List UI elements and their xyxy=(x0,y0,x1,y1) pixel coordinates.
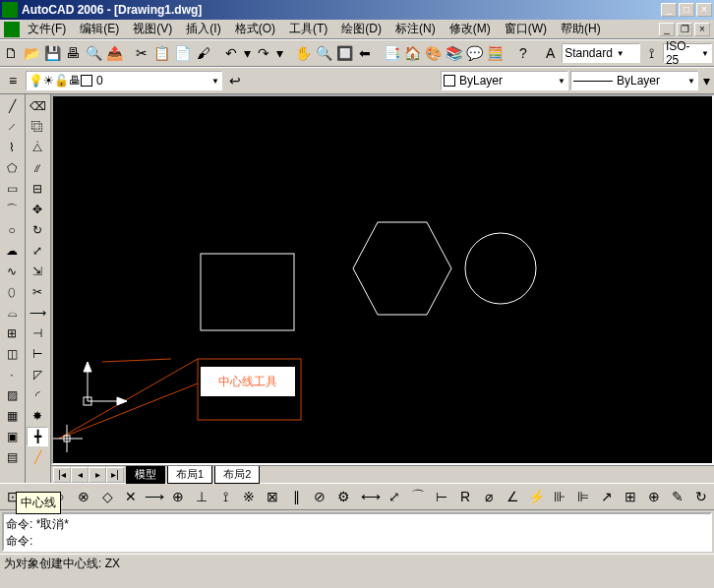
doc-minimize-button[interactable]: _ xyxy=(659,23,675,36)
insert-block-icon[interactable]: ⊞ xyxy=(1,323,23,343)
array-icon[interactable]: ⊟ xyxy=(27,179,48,199)
ellipse-arc-icon[interactable]: ⌓ xyxy=(1,303,23,323)
dim-leader-icon[interactable]: ↗ xyxy=(596,486,618,507)
explode-icon[interactable]: ✸ xyxy=(27,406,48,426)
redo-icon[interactable]: ↷ xyxy=(254,42,272,64)
menu-insert[interactable]: 插入(I) xyxy=(180,19,226,39)
help-icon[interactable]: ? xyxy=(514,42,533,64)
tab-model[interactable]: 模型 xyxy=(126,466,165,484)
osnap-appint-icon[interactable]: ⊠ xyxy=(262,486,283,507)
break-icon[interactable]: ⊣ xyxy=(27,323,48,343)
zoom-prev-icon[interactable]: ⬅ xyxy=(356,42,375,64)
polygon-icon[interactable]: ⬠ xyxy=(1,158,23,178)
mirror-icon[interactable]: ⧊ xyxy=(27,138,48,157)
tab-layout2[interactable]: 布局2 xyxy=(214,466,260,484)
textstyle-combo[interactable]: Standard▼ xyxy=(562,43,640,63)
osnap-intersect-icon[interactable]: ✕ xyxy=(120,486,142,507)
rotate-icon[interactable]: ↻ xyxy=(27,220,48,240)
dim-arc-icon[interactable]: ⌒ xyxy=(407,486,429,507)
calc-icon[interactable]: 🧮 xyxy=(486,42,505,64)
move-icon[interactable]: ✥ xyxy=(27,200,48,219)
tab-next-button[interactable]: ▸ xyxy=(89,467,106,483)
fillet-icon[interactable]: ◜ xyxy=(27,385,48,405)
tool-icon[interactable]: ╱ xyxy=(27,447,48,467)
point-icon[interactable]: · xyxy=(1,365,23,384)
stretch-icon[interactable]: ⇲ xyxy=(27,262,48,281)
menu-view[interactable]: 视图(V) xyxy=(127,19,178,39)
copy-icon[interactable]: 📋 xyxy=(152,42,171,64)
publish-icon[interactable]: 📤 xyxy=(105,42,124,64)
doc-restore-button[interactable]: ❐ xyxy=(677,23,692,36)
sheetset-icon[interactable]: 📚 xyxy=(445,42,463,64)
dim-linear-icon[interactable]: ⟷ xyxy=(360,486,382,507)
osnap-parallel-icon[interactable]: ∥ xyxy=(285,486,307,507)
new-icon[interactable]: 🗋 xyxy=(2,42,21,64)
copy-obj-icon[interactable]: ⿻ xyxy=(27,117,48,137)
dim-angular-icon[interactable]: ∠ xyxy=(502,486,523,507)
textstyle-icon[interactable]: A xyxy=(541,42,560,64)
spline-icon[interactable]: ∿ xyxy=(1,262,23,281)
layer-manager-icon[interactable]: ≡ xyxy=(2,70,24,91)
osnap-perp-icon[interactable]: ⊥ xyxy=(191,486,212,507)
layer-prev-icon[interactable]: ↩ xyxy=(224,70,246,91)
osnap-nearest-icon[interactable]: ※ xyxy=(238,486,260,507)
extend-icon[interactable]: ⟶ xyxy=(27,303,48,323)
dim-continue-icon[interactable]: ⊫ xyxy=(572,486,594,507)
matchprop-icon[interactable]: 🖌 xyxy=(194,42,212,64)
ellipse-icon[interactable]: ⬯ xyxy=(1,282,23,302)
menu-help[interactable]: 帮助(H) xyxy=(555,19,607,39)
osnap-extension-icon[interactable]: ⟶ xyxy=(144,486,165,507)
erase-icon[interactable]: ⌫ xyxy=(27,96,48,116)
tab-first-button[interactable]: |◂ xyxy=(53,467,71,483)
osnap-settings-icon[interactable]: ⚙ xyxy=(332,486,354,507)
line-icon[interactable]: ╱ xyxy=(1,96,23,116)
undo-dropdown-icon[interactable]: ▾ xyxy=(242,42,252,64)
cut-icon[interactable]: ✂ xyxy=(133,42,151,64)
hatch-icon[interactable]: ▨ xyxy=(1,385,23,405)
menu-draw[interactable]: 绘图(D) xyxy=(335,19,387,39)
menu-edit[interactable]: 编辑(E) xyxy=(74,19,125,39)
scale-icon[interactable]: ⤢ xyxy=(27,241,48,261)
dim-aligned-icon[interactable]: ⤢ xyxy=(384,486,405,507)
menu-window[interactable]: 窗口(W) xyxy=(499,19,553,39)
arc-icon[interactable]: ⌒ xyxy=(1,200,23,219)
trim-icon[interactable]: ✂ xyxy=(27,282,48,302)
dim-diameter-icon[interactable]: ⌀ xyxy=(478,486,500,507)
table-icon[interactable]: ▤ xyxy=(1,447,23,467)
lineweight-dropdown-icon[interactable]: ▾ xyxy=(700,70,712,91)
toolpalette-icon[interactable]: 🎨 xyxy=(424,42,443,64)
dimstyle-combo[interactable]: ISO-25▼ xyxy=(663,43,712,63)
menu-tools[interactable]: 工具(T) xyxy=(283,19,333,39)
maximize-button[interactable]: □ xyxy=(679,3,694,17)
tab-layout1[interactable]: 布局1 xyxy=(167,466,212,484)
offset-icon[interactable]: ⫽ xyxy=(27,158,48,178)
tab-prev-button[interactable]: ◂ xyxy=(71,467,89,483)
minimize-button[interactable]: _ xyxy=(661,3,677,17)
revcloud-icon[interactable]: ☁ xyxy=(1,241,23,261)
osnap-tangent-icon[interactable]: ⟟ xyxy=(214,486,236,507)
circle-icon[interactable]: ○ xyxy=(1,220,23,240)
close-button[interactable]: × xyxy=(696,3,712,17)
make-block-icon[interactable]: ◫ xyxy=(1,344,23,364)
properties-icon[interactable]: 📑 xyxy=(383,42,401,64)
dim-edit-icon[interactable]: ✎ xyxy=(667,486,688,507)
dim-radius-icon[interactable]: R xyxy=(454,486,476,507)
dim-quick-icon[interactable]: ⚡ xyxy=(525,486,547,507)
markup-icon[interactable]: 💬 xyxy=(465,42,484,64)
save-icon[interactable]: 💾 xyxy=(43,42,62,64)
menu-format[interactable]: 格式(O) xyxy=(229,19,281,39)
gradient-icon[interactable]: ▦ xyxy=(1,406,23,426)
zoom-window-icon[interactable]: 🔲 xyxy=(335,42,354,64)
linetype-combo[interactable]: ByLayer▼ xyxy=(570,71,698,90)
plot-icon[interactable]: 🖶 xyxy=(64,42,83,64)
pline-icon[interactable]: ⌇ xyxy=(1,138,23,157)
layer-combo[interactable]: 💡☀🔓🖶 0▼ xyxy=(26,71,222,90)
dimstyle-icon[interactable]: ⟟ xyxy=(642,42,661,64)
color-combo[interactable]: ByLayer▼ xyxy=(441,71,568,90)
menu-modify[interactable]: 修改(M) xyxy=(444,19,497,39)
region-icon[interactable]: ▣ xyxy=(1,427,23,446)
doc-close-button[interactable]: × xyxy=(694,23,710,36)
zoom-icon[interactable]: 🔍 xyxy=(315,42,333,64)
command-window[interactable]: 命令: *取消* 命令: xyxy=(2,512,712,552)
osnap-node-icon[interactable]: ⊗ xyxy=(73,486,94,507)
